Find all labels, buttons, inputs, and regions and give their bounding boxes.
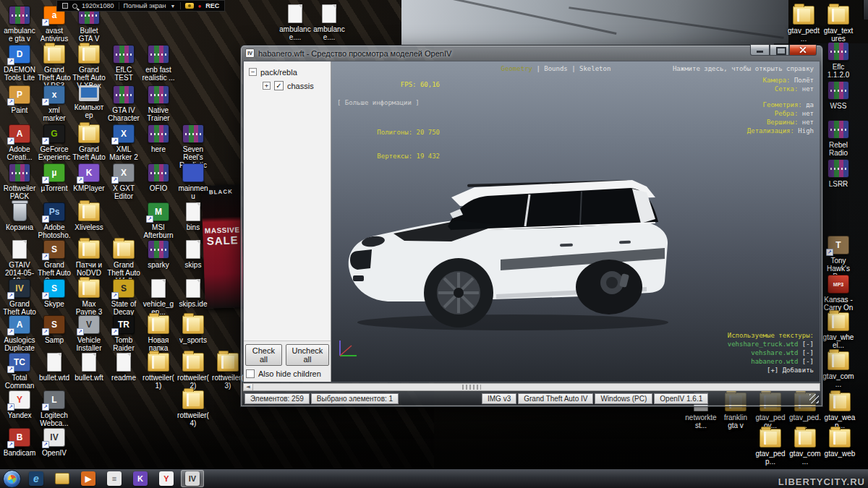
desktop-icon-mainmenu[interactable]: mainmenu	[176, 163, 210, 200]
also-hide-children-row[interactable]: Also hide children	[244, 368, 331, 382]
desktop-icon-gtav-com-1[interactable]: gtav_com...	[822, 351, 855, 388]
texture-item[interactable]: vehshare.wtd [-]	[728, 348, 814, 357]
start-button[interactable]	[3, 470, 21, 488]
capture-mode[interactable]: Полный экран	[124, 2, 166, 9]
texture-add-button[interactable]: [+] Добавить	[728, 366, 814, 374]
desktop-icon-gtaiv-screenshot[interactable]: GTAIV 2014-05-18...	[3, 240, 36, 285]
scroll-left-icon[interactable]: ◄	[244, 384, 253, 390]
desktop-icon-state-of-decay[interactable]: S↗State of Decay	[107, 279, 140, 316]
desktop-icon-vehicle-gen[interactable]: vehicle_gen...	[142, 279, 175, 316]
desktop-icon-gtav-weap[interactable]: gtav_weap...	[823, 393, 856, 429]
tab-skeleton[interactable]: Skeleton	[579, 65, 610, 72]
desktop-icon-yandex[interactable]: Y↗Yandex	[3, 390, 36, 419]
desktop-icon-ofio[interactable]: OFIO	[142, 163, 175, 192]
chassis-checkbox[interactable]: ✓	[274, 81, 284, 90]
desktop-icon-v-sports[interactable]: v_sports	[176, 315, 210, 344]
desktop-icon-readme[interactable]: readme	[107, 353, 140, 382]
desktop-icon-xml-marker[interactable]: x↗xml marker	[38, 85, 71, 122]
desktop-icon-kmplayer[interactable]: K↗KMPlayer	[72, 163, 106, 192]
horizontal-scrollbar[interactable]: ◄	[243, 383, 820, 391]
desktop-icon-x-gxt-editor[interactable]: X↗X GXT Editor	[107, 163, 140, 200]
texture-item[interactable]: vehshare_truck.wtd [-]	[728, 340, 814, 348]
resize-grip-icon[interactable]	[809, 394, 819, 403]
check-all-button[interactable]: Check all	[245, 344, 282, 366]
desktop-icon-gtav-textures[interactable]: gtav_textures	[822, 6, 855, 43]
desktop-icon-skips-ide[interactable]: skips.ide	[176, 279, 210, 308]
desktop-icon-ambulance-file-2[interactable]: ambulance....	[312, 4, 346, 41]
desktop-icon-enb-fast[interactable]: enb fast realistic ...	[142, 45, 175, 82]
desktop-icon-gtav-web[interactable]: gtav_web	[823, 429, 856, 458]
collapse-icon[interactable]: −	[249, 68, 257, 76]
desktop-icon-sparky[interactable]: sparky	[142, 240, 175, 269]
desktop-icon-gtav-pedp[interactable]: gtav_pedp...	[754, 429, 787, 466]
magnifier-icon[interactable]	[72, 4, 77, 9]
desktop-icon-native-trainer[interactable]: Native Trainer	[142, 85, 175, 122]
desktop-icon-xml-marker-2[interactable]: X↗XML Marker 2	[107, 124, 140, 161]
maximize-button[interactable]	[770, 45, 789, 56]
desktop-icon-rebel-radio[interactable]: Rebel Radio	[822, 120, 855, 157]
texture-remove-icon[interactable]: [-]	[802, 349, 814, 356]
capture-window-icon[interactable]	[62, 3, 68, 9]
tree-node-chassis[interactable]: + ✓ chassis	[244, 79, 331, 93]
desktop-icon-patches-nodvd[interactable]: Патчи и NoDVD	[72, 240, 106, 277]
desktop-icon-gtav-wheel[interactable]: gtav_wheel...	[822, 312, 855, 349]
desktop-icon-bandicam-app[interactable]: B↗Bandicam	[3, 428, 36, 457]
record-button[interactable]: REC	[205, 2, 219, 9]
desktop-icon-rottweiler-pack[interactable]: Rottweiler PACK	[3, 163, 36, 200]
more-info-link[interactable]: [ Больше информации ]	[337, 99, 420, 106]
taskbar-item-explorer[interactable]	[51, 470, 74, 487]
desktop-icon-ambulance-gta-v[interactable]: ambulance gta v	[3, 6, 36, 43]
desktop-icon-xliveless[interactable]: Xliveless	[72, 202, 106, 231]
taskbar-item-ie[interactable]: e	[25, 470, 48, 487]
texture-item[interactable]: habanero.wtd [-]	[728, 357, 814, 366]
desktop-icon-adobe-creative[interactable]: A↗Adobe Creati...	[3, 124, 36, 161]
texture-remove-icon[interactable]: [-]	[802, 341, 814, 348]
desktop-icon-gta4-character[interactable]: GTA IV Character	[107, 85, 140, 122]
desktop-icon-new-folder[interactable]: Новая папка	[142, 315, 175, 352]
desktop-icon-rottweiler-2[interactable]: rottweiler(2)	[176, 353, 210, 390]
scrollbar-grip[interactable]	[462, 385, 481, 390]
desktop-icon-rottweiler-1[interactable]: rottweiler(1)	[142, 353, 175, 390]
desktop-icon-paint[interactable]: P↗Paint	[3, 85, 36, 114]
tree-node-root[interactable]: − pack/rebla	[244, 65, 331, 79]
tab-bounds[interactable]: Bounds	[544, 65, 568, 72]
texture-remove-icon[interactable]: [-]	[802, 358, 814, 365]
desktop-icon-geforce[interactable]: G↗GeForce Experience	[38, 124, 71, 169]
desktop-icon-gtav-com-2[interactable]: gtav_com...	[788, 429, 822, 466]
minimize-button[interactable]	[750, 45, 770, 56]
taskbar-item-games-list[interactable]: ≡	[103, 470, 126, 487]
desktop-icon-bins[interactable]: bins	[176, 202, 210, 231]
help-link[interactable]: Нажмите здесь, чтобы открыть справку	[673, 65, 814, 72]
desktop-icon-daemon-tools[interactable]: D↗DAEMON Tools Lite	[3, 45, 36, 82]
desktop-icon-gtav-xbox[interactable]: Grand Theft Auto V XBox	[72, 45, 106, 90]
desktop-icon-gta-folder[interactable]: Grand Theft Auto	[72, 124, 106, 161]
also-hide-children-checkbox[interactable]	[246, 369, 255, 378]
desktop-icon-gtav-pedt[interactable]: gtav_pedt...	[787, 6, 820, 43]
window-titlebar[interactable]: IV habanero.wft - Средство просмотра мод…	[241, 46, 822, 61]
desktop-icon-skips[interactable]: skips	[176, 240, 210, 269]
desktop-icon-utorrent[interactable]: µ↗µTorrent	[38, 163, 71, 192]
desktop-icon-vehicle-installer[interactable]: V↗Vehicle Installer	[72, 315, 106, 352]
expand-icon[interactable]: +	[263, 82, 271, 90]
desktop-icon-ambulance-file-1[interactable]: ambulance....	[278, 4, 312, 41]
model-viewport[interactable]: FPS: 60,16 Полигоны: 20 750 Вертексы: 19…	[331, 61, 820, 382]
desktop-icon-openiv-app[interactable]: IV↗OpenIV	[38, 428, 71, 457]
close-button[interactable]	[789, 45, 817, 56]
chevron-down-icon[interactable]: ▼	[171, 4, 176, 9]
desktop-icon-gta-san[interactable]: S↗Grand Theft Auto San...	[38, 240, 71, 285]
desktop-icon-rottweiler-4[interactable]: rottweiler(4)	[176, 390, 210, 427]
desktop-icon-logitech[interactable]: L↗Logitech Webca...	[38, 390, 71, 427]
taskbar-item-openiv[interactable]: IV	[181, 470, 204, 487]
show-desktop-button[interactable]	[863, 0, 868, 20]
desktop-icon-here[interactable]: here	[142, 124, 175, 153]
tab-geometry[interactable]: Geometry	[501, 65, 532, 72]
desktop-icon-eflc-1120[interactable]: Eflc 1.1.2.0	[822, 42, 855, 79]
desktop-icon-bullet-wft[interactable]: bullet.wft	[72, 353, 106, 382]
desktop-icon-computer[interactable]: Компьютер	[72, 85, 106, 119]
taskbar-item-media-player[interactable]: ▶	[77, 470, 100, 487]
taskbar-item-kmplayer[interactable]: K	[129, 470, 152, 487]
desktop-icon-samp[interactable]: S↗Samp	[38, 315, 71, 344]
desktop-icon-gtav-ps3[interactable]: Grand Theft Auto V PS3	[38, 45, 71, 90]
desktop-icon-wss[interactable]: WSS	[822, 81, 855, 110]
desktop-icon-bullet-wtd[interactable]: bullet.wtd	[38, 353, 71, 382]
